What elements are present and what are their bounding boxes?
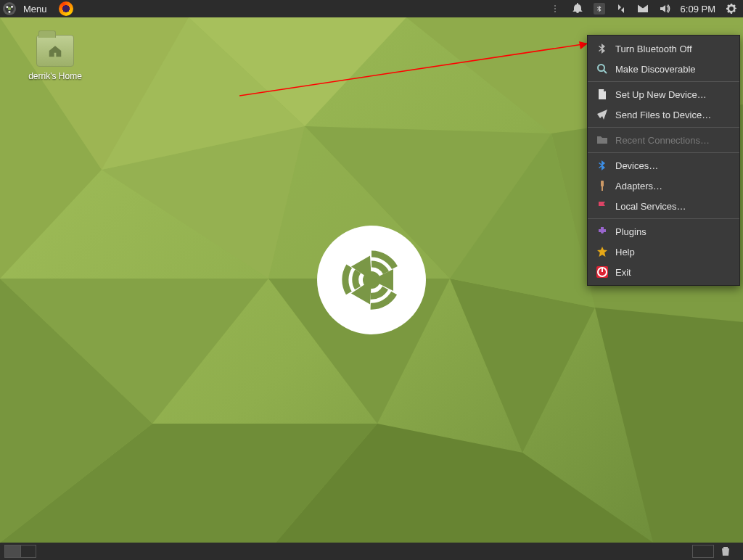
svg-point-8 xyxy=(9,11,11,13)
menu-logo-icon[interactable] xyxy=(3,2,16,15)
workspace-switcher[interactable] xyxy=(4,545,36,558)
power-icon xyxy=(596,266,608,278)
panel-right: 6:09 PM xyxy=(554,3,743,15)
bt-adapters[interactable]: Adapters… xyxy=(588,176,739,196)
settings-gear-icon[interactable] xyxy=(726,3,737,15)
clock[interactable]: 6:09 PM xyxy=(681,4,715,15)
bluetooth-tray-icon[interactable] xyxy=(594,3,605,15)
svg-point-5 xyxy=(8,7,11,10)
menu-item-label: Send Files to Device… xyxy=(615,110,711,120)
page-icon xyxy=(596,88,608,100)
bt-setup-new-device[interactable]: Set Up New Device… xyxy=(588,84,739,104)
bt-local-services[interactable]: Local Services… xyxy=(588,196,739,216)
bluetooth-icon xyxy=(596,43,608,54)
menu-item-label: Set Up New Device… xyxy=(615,89,707,100)
menu-separator xyxy=(588,218,739,219)
home-folder-label: derrik's Home xyxy=(19,71,91,81)
menu-button[interactable]: Menu xyxy=(20,4,50,15)
bluetooth-menu: Turn Bluetooth OffMake DiscoverableSet U… xyxy=(587,35,740,286)
menu-item-label: Local Services… xyxy=(615,201,686,212)
network-icon[interactable] xyxy=(615,3,627,15)
tray-grip-icon xyxy=(554,5,559,12)
svg-point-6 xyxy=(11,6,13,8)
menu-separator xyxy=(588,81,739,82)
menu-item-label: Recent Connections… xyxy=(615,135,710,146)
trash-icon[interactable] xyxy=(688,545,736,558)
top-panel: Menu 6:09 PM xyxy=(0,0,743,17)
menu-item-label: Plugins xyxy=(615,226,646,237)
menu-item-label: Turn Bluetooth Off xyxy=(615,44,692,54)
bluetooth-blue-icon xyxy=(596,160,608,171)
bt-recent-connections: Recent Connections… xyxy=(588,130,739,150)
svg-marker-19 xyxy=(595,308,743,543)
menu-item-label: Make Discoverable xyxy=(615,64,696,75)
bt-plugins[interactable]: Plugins xyxy=(588,221,739,242)
star-icon xyxy=(596,246,608,258)
search-icon xyxy=(596,63,608,75)
svg-point-7 xyxy=(6,6,8,8)
mail-icon[interactable] xyxy=(637,3,649,15)
menu-separator xyxy=(588,152,739,153)
menu-item-label: Devices… xyxy=(615,160,658,171)
bt-devices[interactable]: Devices… xyxy=(588,155,739,176)
bt-exit[interactable]: Exit xyxy=(588,262,739,282)
menu-item-label: Exit xyxy=(615,267,631,278)
bt-make-discoverable[interactable]: Make Discoverable xyxy=(588,59,739,79)
adapter-icon xyxy=(596,180,608,192)
svg-marker-18 xyxy=(450,279,595,453)
volume-icon[interactable] xyxy=(659,3,670,15)
plugin-icon xyxy=(596,226,608,237)
bottom-panel xyxy=(0,543,743,560)
folder-icon xyxy=(596,134,608,146)
bt-send-files[interactable]: Send Files to Device… xyxy=(588,104,739,125)
send-icon xyxy=(596,109,608,120)
menu-item-label: Adapters… xyxy=(615,181,662,192)
mate-logo xyxy=(317,226,426,334)
menu-separator xyxy=(588,127,739,128)
desktop[interactable]: derrik's Home Turn Bluetooth OffMake Dis… xyxy=(0,17,743,543)
folder-icon xyxy=(36,35,74,67)
panel-left: Menu xyxy=(0,1,73,16)
firefox-icon[interactable] xyxy=(59,1,73,16)
show-desktop-icon[interactable] xyxy=(692,545,714,558)
notifications-icon[interactable] xyxy=(572,3,583,15)
bt-turn-off[interactable]: Turn Bluetooth Off xyxy=(588,38,739,59)
bt-help[interactable]: Help xyxy=(588,242,739,262)
flag-icon xyxy=(596,200,608,212)
home-folder[interactable]: derrik's Home xyxy=(19,35,91,81)
menu-item-label: Help xyxy=(615,247,635,258)
